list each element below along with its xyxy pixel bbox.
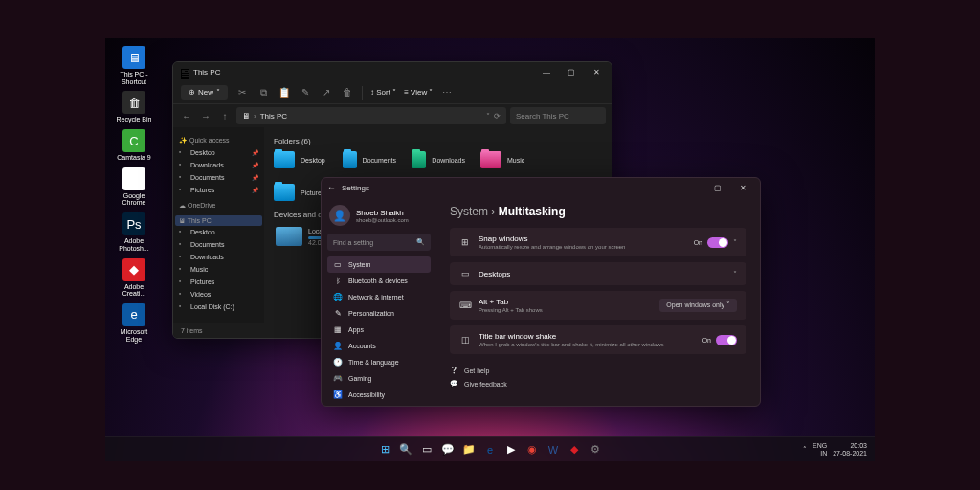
gradient-swatch[interactable] [796, 197, 810, 207]
tray-chevron-icon[interactable]: ˄ [803, 446, 807, 454]
toggle-switch[interactable] [707, 237, 728, 248]
settings-nav-item[interactable]: 🕐Time & language [327, 354, 431, 370]
toggle-switch[interactable] [716, 335, 737, 345]
taskbar-icon[interactable]: 📁 [460, 441, 478, 458]
gradient-swatch[interactable] [812, 144, 825, 153]
taskbar[interactable]: ⊞🔍▭💬📁e▶◉W◆⚙ ˄ ENGIN 20:03 27-08-2021 [105, 436, 875, 461]
settings-nav-item[interactable]: ♿Accessibility [327, 387, 431, 403]
folder-item[interactable]: Music [480, 151, 534, 168]
quick-access-header[interactable]: ✨ Quick access [175, 135, 262, 146]
ps-panel-tabs[interactable]: ColorSwatchesGradientsPatterns [699, 119, 859, 130]
onedrive-header[interactable]: ☁ OneDrive [175, 200, 262, 212]
tree-item[interactable]: ▫Documents [175, 238, 262, 251]
share-icon[interactable]: ↗ [320, 86, 333, 100]
settings-card[interactable]: ◫ Title bar window shakeWhen I grab a wi… [450, 325, 746, 354]
maximize-button[interactable]: ▢ [560, 64, 583, 79]
give-feedback-link[interactable]: 💬Give feedback [450, 377, 746, 390]
gradient-swatch[interactable] [812, 170, 825, 180]
find-setting-input[interactable]: Find a setting🔍 [327, 234, 431, 251]
up-button[interactable]: ↑ [217, 108, 233, 123]
gradient-swatch[interactable] [720, 144, 733, 153]
desktop-icon[interactable]: Ps Adobe Photosh... [113, 212, 155, 252]
ps-tab[interactable]: Color [704, 121, 721, 128]
taskbar-icon[interactable]: ◉ [523, 441, 541, 458]
gradient-swatch[interactable] [781, 170, 794, 180]
gradient-swatch[interactable] [735, 144, 748, 153]
settings-nav-item[interactable]: 🌐Network & internet [327, 289, 431, 305]
settings-card[interactable]: ▭ Desktops ˅ [450, 262, 746, 285]
folder-item[interactable]: Downloads [412, 151, 465, 168]
tree-item[interactable]: ▫Pictures📌 [175, 184, 262, 196]
tree-item[interactable]: ▫Documents📌 [175, 171, 262, 184]
taskbar-icon[interactable]: ⊞ [376, 441, 393, 458]
settings-nav-item[interactable]: ▭System [327, 256, 431, 273]
back-button[interactable]: ← [327, 183, 336, 192]
tree-item[interactable]: ▫Music [175, 263, 262, 276]
settings-nav-item[interactable]: ᛒBluetooth & devices [327, 273, 431, 289]
tree-item[interactable]: ▫Downloads [175, 251, 262, 263]
back-button[interactable]: ← [179, 108, 194, 123]
more-icon[interactable]: ⋯ [440, 86, 454, 100]
desktop-icon[interactable]: C Camtasia 9 [113, 129, 155, 162]
gradient-swatch[interactable] [766, 170, 779, 180]
gradient-swatch[interactable] [766, 144, 779, 153]
settings-titlebar[interactable]: ← Settings ― ▢ ✕ [322, 178, 760, 197]
close-button[interactable]: ✕ [731, 180, 754, 195]
ps-tab[interactable]: Gradients [761, 121, 790, 128]
taskbar-icon[interactable]: ▭ [418, 441, 435, 458]
taskbar-icon[interactable]: 🔍 [397, 441, 414, 458]
view-button[interactable]: ≡ View ˅ [404, 88, 433, 97]
taskbar-icon[interactable]: 💬 [439, 441, 457, 458]
ps-tab[interactable]: Patterns [795, 121, 820, 128]
folder-item[interactable]: Documents [343, 151, 396, 168]
tree-item[interactable]: ▫Downloads📌 [175, 159, 262, 171]
paste-icon[interactable]: 📋 [278, 86, 291, 100]
folder-item[interactable]: Pictures [274, 184, 327, 201]
nav-tree[interactable]: ✨ Quick access▫Desktop📌▫Downloads📌▫Docum… [173, 127, 264, 338]
gradient-swatch[interactable] [796, 170, 810, 180]
sort-button[interactable]: ↕ Sort ˅ [370, 88, 396, 97]
gradient-swatch[interactable] [781, 144, 794, 153]
gradient-swatch[interactable] [766, 197, 779, 207]
tree-item[interactable]: ▫Videos [175, 288, 262, 301]
get-help-link[interactable]: ❔Get help [450, 364, 746, 377]
taskbar-icon[interactable]: ◆ [566, 441, 583, 458]
user-profile[interactable]: 👤 Shoeb Shaikh shoeb@outlook.com [327, 201, 431, 234]
settings-nav-item[interactable]: 🎮Gaming [327, 370, 431, 387]
tree-item[interactable]: ▫Desktop📌 [175, 146, 262, 159]
dropdown[interactable]: Open windows only ˅ [659, 299, 737, 312]
cut-icon[interactable]: ✂ [235, 86, 249, 100]
settings-card[interactable]: ⌨ Alt + TabPressing Alt + Tab shows Open… [450, 291, 746, 320]
minimize-button[interactable]: ― [681, 180, 704, 195]
minimize-button[interactable]: ― [535, 64, 558, 79]
this-pc-header[interactable]: 🖥 This PC [175, 215, 262, 226]
search-input[interactable]: Search This PC [510, 107, 606, 124]
settings-window[interactable]: ← Settings ― ▢ ✕ 👤 Shoeb Shaikh shoeb@ou… [321, 177, 761, 407]
gradient-group[interactable]: ▸ 📁 Basics [699, 130, 859, 144]
settings-nav-item[interactable]: ▦Apps [327, 322, 431, 338]
delete-icon[interactable]: 🗑 [341, 86, 354, 100]
breadcrumb[interactable]: System › Multitasking [450, 205, 746, 218]
gradient-group[interactable]: ▸ 📁 Blues [699, 157, 859, 170]
settings-nav-item[interactable]: ✎Personalization [327, 305, 431, 322]
taskbar-icon[interactable]: ⚙ [587, 441, 604, 458]
rename-icon[interactable]: ✎ [299, 86, 312, 100]
maximize-button[interactable]: ▢ [706, 180, 729, 195]
address-bar[interactable]: 🖥 › This PC ˅ ⟳ [236, 107, 506, 124]
desktop-icon[interactable]: ◉ Google Chrome [113, 167, 155, 207]
explorer-titlebar[interactable]: 🖥 This PC ― ▢ ✕ [173, 62, 612, 81]
refresh-icon[interactable]: ⟳ [494, 112, 501, 121]
settings-nav-item[interactable]: 👤Accounts [327, 338, 431, 354]
desktop-icon[interactable]: ◆ Adobe Creati... [113, 258, 155, 298]
folder-item[interactable]: Desktop [274, 151, 327, 168]
new-button[interactable]: ⊕ New ˅ [181, 85, 228, 100]
forward-button[interactable]: → [198, 108, 213, 123]
language-indicator[interactable]: ENGIN [813, 442, 827, 457]
copy-icon[interactable]: ⧉ [256, 86, 270, 100]
desktop-icon[interactable]: 🗑 Recycle Bin [113, 91, 155, 123]
tree-item[interactable]: ▫Local Disk (C:) [175, 301, 262, 313]
desktop-icon[interactable]: 🖥 This PC - Shortcut [113, 46, 155, 85]
gradient-swatch[interactable] [812, 197, 825, 207]
settings-card[interactable]: ⊞ Snap windowsAutomatically resize and a… [450, 228, 746, 256]
gradient-swatch[interactable] [796, 144, 810, 153]
